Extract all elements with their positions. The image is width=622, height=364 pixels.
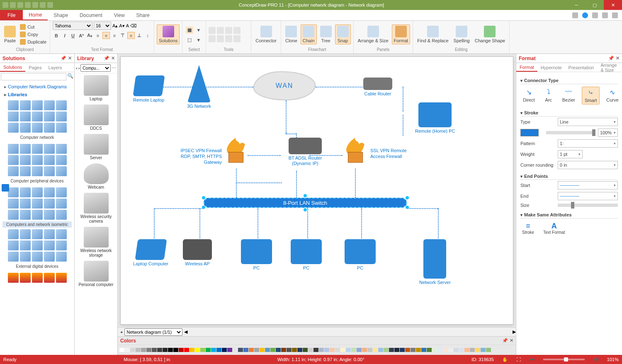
lib-thumb[interactable] xyxy=(56,144,67,154)
hypernote-tab[interactable]: Hypernote xyxy=(537,63,565,72)
color-swatch[interactable] xyxy=(378,348,383,352)
connector[interactable] xyxy=(307,208,308,241)
stroke-color-chip[interactable] xyxy=(520,129,539,136)
align-center-button[interactable]: ≡ xyxy=(102,32,110,39)
lib-thumb[interactable] xyxy=(32,144,43,154)
hand-tool-icon[interactable]: ✋ xyxy=(502,357,508,362)
opacity-input[interactable]: 100% xyxy=(598,129,618,137)
color-swatch[interactable] xyxy=(324,348,329,352)
same-text-button[interactable]: AText Format xyxy=(543,222,565,235)
conn-arc[interactable]: ⤵Arc xyxy=(542,87,556,104)
lib-thumb[interactable] xyxy=(32,240,43,250)
lib-thumb[interactable] xyxy=(44,240,55,250)
lib-thumb[interactable] xyxy=(20,210,31,220)
layers-tab[interactable]: Layers xyxy=(45,63,65,72)
lib-thumb[interactable] xyxy=(44,273,55,283)
underline-button[interactable]: U xyxy=(69,32,77,39)
lib-thumb[interactable] xyxy=(20,112,31,121)
lib-ddcs-icon[interactable] xyxy=(84,104,109,125)
shape-format-drop-icon[interactable]: ▾ xyxy=(195,36,202,44)
color-swatch[interactable] xyxy=(130,348,135,352)
pin-icon[interactable]: 📌 xyxy=(104,56,109,61)
color-swatch[interactable] xyxy=(125,348,130,352)
fit-page-icon[interactable]: ⛶ xyxy=(516,357,521,362)
chain-button[interactable]: Chain xyxy=(301,24,317,44)
subscript-button[interactable]: A₂ xyxy=(86,32,93,39)
color-swatch[interactable] xyxy=(357,348,362,352)
color-swatch[interactable] xyxy=(373,348,378,352)
firewall-left-icon[interactable] xyxy=(223,138,248,163)
pin-icon[interactable]: 📌 xyxy=(61,56,66,61)
lib-thumb[interactable] xyxy=(20,229,31,239)
color-swatch[interactable] xyxy=(330,348,335,352)
superscript-button[interactable]: A² xyxy=(78,32,85,39)
lib-laptop-icon[interactable] xyxy=(84,75,109,96)
font-color-icon[interactable]: A xyxy=(126,23,129,28)
tab-home[interactable]: Home xyxy=(23,10,48,20)
lib-thumb[interactable] xyxy=(32,229,43,239)
lib-thumb[interactable] xyxy=(56,240,67,250)
corner-select[interactable]: 0 in xyxy=(558,161,618,169)
connector[interactable] xyxy=(236,182,282,183)
node-cable-router[interactable]: Cable Router xyxy=(363,78,392,97)
search-icon[interactable]: 🔍 xyxy=(67,73,73,80)
lib-thumb[interactable] xyxy=(56,100,67,110)
pencil-tool-icon[interactable] xyxy=(233,27,241,34)
color-swatch[interactable] xyxy=(265,348,270,352)
pin-icon[interactable]: 📌 xyxy=(608,56,614,61)
opacity-slider[interactable] xyxy=(546,131,595,134)
font-select[interactable]: Tahoma xyxy=(53,22,92,30)
align-middle-button[interactable]: ≡ xyxy=(127,32,135,39)
tab-shape[interactable]: Shape xyxy=(48,10,74,20)
ribbon-min-icon[interactable] xyxy=(602,12,608,18)
curve-tool-icon[interactable] xyxy=(225,35,232,42)
lib-thumb[interactable] xyxy=(8,229,19,239)
color-swatch[interactable] xyxy=(222,348,227,352)
copy-button[interactable]: Copy xyxy=(19,31,47,38)
color-swatch[interactable] xyxy=(443,348,448,352)
color-swatch[interactable] xyxy=(146,348,151,352)
lib-server-icon[interactable] xyxy=(84,134,109,155)
connector[interactable] xyxy=(154,208,155,241)
color-swatch[interactable] xyxy=(464,348,469,352)
lib-thumb[interactable] xyxy=(44,187,55,197)
lib-thumb[interactable] xyxy=(56,187,67,197)
color-swatch[interactable] xyxy=(346,348,351,352)
lib-thumb[interactable] xyxy=(56,112,67,121)
node-pc-1[interactable]: PC xyxy=(241,239,272,271)
wan-cloud[interactable]: WAN xyxy=(253,71,316,100)
lib-thumb[interactable] xyxy=(20,100,31,110)
lib-thumb[interactable] xyxy=(44,112,55,121)
color-swatch[interactable] xyxy=(195,348,200,352)
lib-thumb[interactable] xyxy=(20,144,31,154)
tree-computer-network-diagrams[interactable]: Computer Network Diagrams xyxy=(2,83,73,91)
lib-thumb[interactable] xyxy=(56,123,67,133)
panel-close-icon[interactable]: ✕ xyxy=(111,56,115,61)
ellipse-tool-icon[interactable] xyxy=(209,35,216,42)
pattern-select[interactable]: 1: xyxy=(558,139,618,148)
color-swatch[interactable] xyxy=(216,348,221,352)
spelling-button[interactable]: Spelling xyxy=(452,25,471,44)
connector[interactable] xyxy=(407,208,438,209)
color-swatch[interactable] xyxy=(238,348,243,352)
presentation-tab[interactable]: Presentation xyxy=(565,63,598,72)
connector[interactable] xyxy=(361,208,362,241)
node-bt-adsl[interactable]: BT ADSL Router (Dynamic IP) xyxy=(278,138,332,166)
format-tab[interactable]: Format xyxy=(516,63,537,72)
lib-thumb[interactable] xyxy=(56,155,67,165)
lib-thumb[interactable] xyxy=(56,199,67,209)
color-swatch[interactable] xyxy=(173,348,178,352)
color-swatch[interactable] xyxy=(340,348,345,352)
color-swatch[interactable] xyxy=(163,348,168,352)
maximize-button[interactable]: ▢ xyxy=(586,0,604,10)
lib-thumb[interactable] xyxy=(8,252,19,262)
lib-thumb[interactable] xyxy=(8,112,19,121)
pages-tab[interactable]: Pages xyxy=(25,63,45,72)
node-3g-network[interactable]: 3G Network xyxy=(187,65,211,109)
lib-thumb[interactable] xyxy=(20,187,31,197)
shrink-font-icon[interactable]: A▾ xyxy=(119,23,124,29)
lib-thumb[interactable] xyxy=(8,187,19,197)
conn-curve[interactable]: ∿Curve xyxy=(604,87,621,104)
node-lan-switch[interactable]: 8-Port LAN Switch xyxy=(204,198,407,208)
lib-thumb[interactable] xyxy=(32,100,43,110)
